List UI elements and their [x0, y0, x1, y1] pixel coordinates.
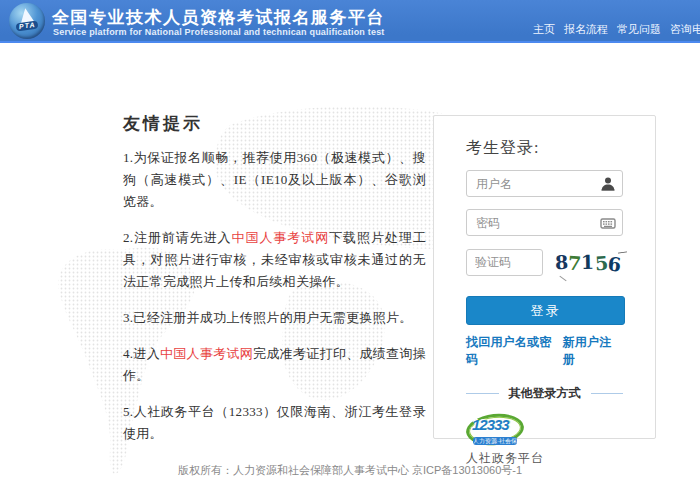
- logo-12333-icon[interactable]: 12333 人力资源·社会保障: [466, 414, 524, 445]
- username-field-wrap: [466, 170, 623, 197]
- nav-link-consult-phone[interactable]: 咨询电话: [670, 22, 700, 37]
- tip-item-3: 3.已经注册并成功上传照片的用户无需更换照片。: [123, 307, 426, 329]
- user-icon: [600, 176, 616, 192]
- captcha-input[interactable]: [466, 249, 543, 276]
- main-content: 友情提示 1.为保证报名顺畅，推荐使用360（极速模式）、搜狗（高速模式）、IE…: [0, 45, 700, 491]
- footer-copyright: 版权所有：人力资源和社会保障部人事考试中心 京ICP备13013060号-1: [0, 463, 700, 478]
- keyboard-icon: [600, 215, 616, 231]
- register-link[interactable]: 新用户注册: [563, 334, 623, 368]
- cpta-website-link[interactable]: 中国人事考试网: [160, 346, 253, 361]
- header-nav: 主页 报名流程 常见问题 咨询电话: [533, 22, 700, 37]
- nav-link-home[interactable]: 主页: [533, 22, 555, 37]
- nav-link-registration-process[interactable]: 报名流程: [564, 22, 608, 37]
- page-subtitle: Service platform for National Profession…: [53, 27, 385, 37]
- tips-section: 友情提示 1.为保证报名顺畅，推荐使用360（极速模式）、搜狗（高速模式）、IE…: [123, 112, 426, 459]
- header: PTA 全国专业技术人员资格考试报名服务平台 Service platform …: [0, 0, 700, 43]
- other-login-label: 其他登录方式: [499, 385, 591, 402]
- cpta-website-link[interactable]: 中国人事考试网: [232, 230, 330, 245]
- tip-item-5: 5.人社政务平台（12333）仅限海南、浙江考生登录使用。: [123, 401, 426, 445]
- password-field-wrap: [466, 209, 623, 236]
- logo-text: PTA: [16, 20, 39, 31]
- tips-heading: 友情提示: [123, 112, 426, 135]
- login-panel: 考生登录:: [433, 115, 656, 439]
- other-login-divider: 其他登录方式: [466, 385, 623, 402]
- divider-line: [591, 393, 624, 394]
- login-button[interactable]: 登录: [466, 296, 625, 325]
- nav-link-faq[interactable]: 常见问题: [617, 22, 661, 37]
- divider-line: [466, 393, 499, 394]
- login-links: 找回用户名或密码 新用户注册: [466, 334, 623, 368]
- platform-logo-icon: PTA: [9, 3, 45, 39]
- tip-item-1: 1.为保证报名顺畅，推荐使用360（极速模式）、搜狗（高速模式）、IE（IE10…: [123, 147, 426, 213]
- alt-login-section: 12333 人力资源·社会保障 人社政务平台: [466, 414, 623, 467]
- forgot-credentials-link[interactable]: 找回用户名或密码: [466, 334, 563, 368]
- captcha-row: 8 7 1 5 6: [466, 248, 623, 276]
- tip-item-2: 2.注册前请先进入中国人事考试网下载照片处理工具，对照片进行审核，未经审核或审核…: [123, 227, 426, 293]
- tip-item-4: 4.进入中国人事考试网完成准考证打印、成绩查询操作。: [123, 343, 426, 387]
- login-heading: 考生登录:: [466, 138, 623, 159]
- captcha-image[interactable]: 8 7 1 5 6: [553, 248, 623, 276]
- page-title: 全国专业技术人员资格考试报名服务平台: [52, 6, 385, 29]
